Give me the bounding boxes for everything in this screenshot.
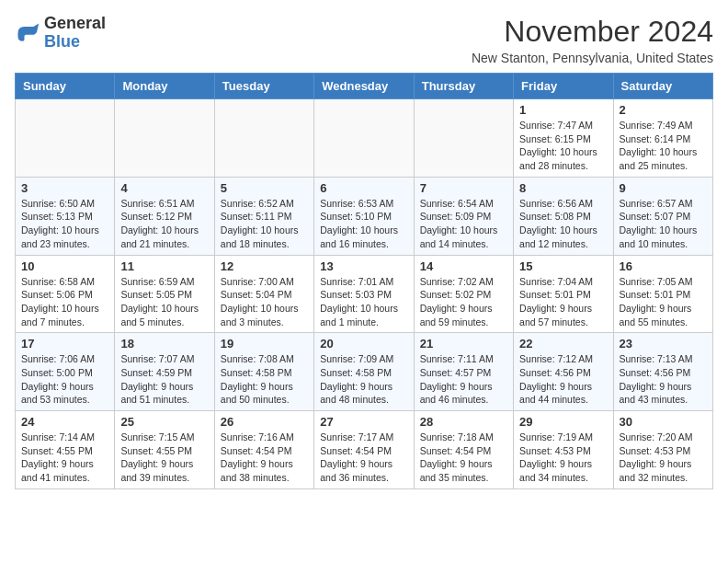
day-number: 25 (120, 415, 208, 429)
day-number: 4 (120, 181, 208, 195)
day-number: 14 (420, 259, 507, 273)
calendar-day-cell: 25Sunrise: 7:15 AM Sunset: 4:55 PM Dayli… (115, 411, 214, 489)
day-number: 13 (320, 259, 407, 273)
calendar-week-row: 10Sunrise: 6:58 AM Sunset: 5:06 PM Dayli… (16, 255, 713, 333)
day-info: Sunrise: 6:52 AM Sunset: 5:11 PM Dayligh… (221, 197, 308, 251)
day-info: Sunrise: 6:58 AM Sunset: 5:06 PM Dayligh… (21, 275, 108, 329)
day-number: 1 (519, 103, 607, 117)
day-number: 19 (221, 337, 308, 350)
calendar-day-cell: 19Sunrise: 7:08 AM Sunset: 4:58 PM Dayli… (214, 333, 313, 411)
day-info: Sunrise: 7:16 AM Sunset: 4:54 PM Dayligh… (221, 431, 308, 485)
day-info: Sunrise: 7:06 AM Sunset: 5:00 PM Dayligh… (21, 352, 108, 407)
page-header: General Blue November 2024 New Stanton, … (15, 15, 713, 65)
day-number: 17 (21, 337, 108, 350)
calendar-day-cell: 27Sunrise: 7:17 AM Sunset: 4:54 PM Dayli… (314, 411, 414, 489)
day-info: Sunrise: 7:07 AM Sunset: 4:59 PM Dayligh… (120, 352, 208, 407)
calendar-day-cell: 8Sunrise: 6:56 AM Sunset: 5:08 PM Daylig… (514, 177, 613, 255)
calendar-day-cell: 22Sunrise: 7:12 AM Sunset: 4:56 PM Dayli… (514, 333, 613, 411)
location-subtitle: New Stanton, Pennsylvania, United States (472, 51, 713, 65)
logo-text: General Blue (44, 15, 106, 52)
day-number: 6 (320, 181, 407, 195)
day-number: 3 (21, 181, 108, 195)
calendar-day-cell: 12Sunrise: 7:00 AM Sunset: 5:04 PM Dayli… (214, 255, 313, 333)
day-info: Sunrise: 7:20 AM Sunset: 4:53 PM Dayligh… (620, 431, 707, 485)
calendar-day-cell: 26Sunrise: 7:16 AM Sunset: 4:54 PM Dayli… (214, 411, 313, 489)
day-number: 26 (221, 415, 308, 429)
calendar-week-row: 17Sunrise: 7:06 AM Sunset: 5:00 PM Dayli… (16, 333, 713, 411)
day-info: Sunrise: 6:57 AM Sunset: 5:07 PM Dayligh… (620, 197, 707, 251)
weekday-header-friday: Friday (514, 74, 613, 99)
month-title: November 2024 (472, 15, 713, 49)
calendar-day-cell: 24Sunrise: 7:14 AM Sunset: 4:55 PM Dayli… (16, 411, 115, 489)
calendar-day-cell: 3Sunrise: 6:50 AM Sunset: 5:13 PM Daylig… (16, 177, 115, 255)
day-info: Sunrise: 7:49 AM Sunset: 6:14 PM Dayligh… (620, 119, 707, 173)
day-info: Sunrise: 7:17 AM Sunset: 4:54 PM Dayligh… (320, 431, 407, 485)
day-info: Sunrise: 6:56 AM Sunset: 5:08 PM Dayligh… (519, 197, 607, 251)
calendar-week-row: 3Sunrise: 6:50 AM Sunset: 5:13 PM Daylig… (16, 177, 713, 255)
day-number: 24 (21, 415, 108, 429)
day-info: Sunrise: 7:13 AM Sunset: 4:56 PM Dayligh… (620, 352, 707, 407)
day-number: 15 (519, 259, 607, 273)
calendar-day-cell: 10Sunrise: 6:58 AM Sunset: 5:06 PM Dayli… (16, 255, 115, 333)
weekday-header-sunday: Sunday (16, 74, 115, 99)
day-number: 2 (620, 103, 707, 117)
calendar-header-row: SundayMondayTuesdayWednesdayThursdayFrid… (16, 74, 713, 99)
day-info: Sunrise: 7:05 AM Sunset: 5:01 PM Dayligh… (620, 275, 707, 329)
day-info: Sunrise: 7:19 AM Sunset: 4:53 PM Dayligh… (519, 431, 607, 485)
day-number: 22 (519, 337, 607, 350)
calendar-day-cell: 4Sunrise: 6:51 AM Sunset: 5:12 PM Daylig… (115, 177, 214, 255)
weekday-header-tuesday: Tuesday (214, 74, 313, 99)
day-number: 30 (620, 415, 707, 429)
calendar-day-cell: 5Sunrise: 6:52 AM Sunset: 5:11 PM Daylig… (214, 177, 313, 255)
weekday-header-saturday: Saturday (613, 74, 712, 99)
calendar-day-cell: 15Sunrise: 7:04 AM Sunset: 5:01 PM Dayli… (514, 255, 613, 333)
logo: General Blue (15, 15, 106, 52)
day-info: Sunrise: 7:11 AM Sunset: 4:57 PM Dayligh… (420, 352, 507, 407)
day-info: Sunrise: 7:04 AM Sunset: 5:01 PM Dayligh… (519, 275, 607, 329)
calendar-day-cell: 28Sunrise: 7:18 AM Sunset: 4:54 PM Dayli… (414, 411, 513, 489)
day-info: Sunrise: 7:14 AM Sunset: 4:55 PM Dayligh… (21, 431, 108, 485)
day-info: Sunrise: 6:51 AM Sunset: 5:12 PM Dayligh… (120, 197, 208, 251)
day-number: 27 (320, 415, 407, 429)
calendar-day-cell: 7Sunrise: 6:54 AM Sunset: 5:09 PM Daylig… (414, 177, 513, 255)
calendar-day-cell: 6Sunrise: 6:53 AM Sunset: 5:10 PM Daylig… (314, 177, 414, 255)
day-info: Sunrise: 7:18 AM Sunset: 4:54 PM Dayligh… (420, 431, 507, 485)
calendar-day-cell: 14Sunrise: 7:02 AM Sunset: 5:02 PM Dayli… (414, 255, 513, 333)
calendar-day-cell: 23Sunrise: 7:13 AM Sunset: 4:56 PM Dayli… (613, 333, 712, 411)
calendar-day-cell (314, 99, 414, 178)
day-info: Sunrise: 6:50 AM Sunset: 5:13 PM Dayligh… (21, 197, 108, 251)
calendar-day-cell: 17Sunrise: 7:06 AM Sunset: 5:00 PM Dayli… (16, 333, 115, 411)
day-info: Sunrise: 7:08 AM Sunset: 4:58 PM Dayligh… (221, 352, 308, 407)
day-info: Sunrise: 7:12 AM Sunset: 4:56 PM Dayligh… (519, 352, 607, 407)
weekday-header-thursday: Thursday (414, 74, 513, 99)
calendar-day-cell: 30Sunrise: 7:20 AM Sunset: 4:53 PM Dayli… (613, 411, 712, 489)
calendar-day-cell: 11Sunrise: 6:59 AM Sunset: 5:05 PM Dayli… (115, 255, 214, 333)
day-number: 20 (320, 337, 407, 350)
calendar-day-cell: 18Sunrise: 7:07 AM Sunset: 4:59 PM Dayli… (115, 333, 214, 411)
day-number: 10 (21, 259, 108, 273)
calendar-day-cell: 20Sunrise: 7:09 AM Sunset: 4:58 PM Dayli… (314, 333, 414, 411)
day-info: Sunrise: 7:00 AM Sunset: 5:04 PM Dayligh… (221, 275, 308, 329)
calendar-week-row: 24Sunrise: 7:14 AM Sunset: 4:55 PM Dayli… (16, 411, 713, 489)
day-info: Sunrise: 6:59 AM Sunset: 5:05 PM Dayligh… (120, 275, 208, 329)
weekday-header-monday: Monday (115, 74, 214, 99)
calendar-day-cell: 29Sunrise: 7:19 AM Sunset: 4:53 PM Dayli… (514, 411, 613, 489)
day-number: 28 (420, 415, 507, 429)
calendar-day-cell: 1Sunrise: 7:47 AM Sunset: 6:15 PM Daylig… (514, 99, 613, 178)
day-info: Sunrise: 6:53 AM Sunset: 5:10 PM Dayligh… (320, 197, 407, 251)
calendar-day-cell (414, 99, 513, 178)
day-info: Sunrise: 7:15 AM Sunset: 4:55 PM Dayligh… (120, 431, 208, 485)
weekday-header-wednesday: Wednesday (314, 74, 414, 99)
day-number: 5 (221, 181, 308, 195)
day-number: 7 (420, 181, 507, 195)
day-number: 16 (620, 259, 707, 273)
day-number: 8 (519, 181, 607, 195)
calendar-day-cell: 13Sunrise: 7:01 AM Sunset: 5:03 PM Dayli… (314, 255, 414, 333)
calendar-day-cell (16, 99, 115, 178)
calendar-day-cell: 21Sunrise: 7:11 AM Sunset: 4:57 PM Dayli… (414, 333, 513, 411)
day-number: 29 (519, 415, 607, 429)
calendar-day-cell (115, 99, 214, 178)
logo-icon (15, 20, 40, 46)
day-number: 23 (620, 337, 707, 350)
calendar-table: SundayMondayTuesdayWednesdayThursdayFrid… (15, 73, 713, 489)
